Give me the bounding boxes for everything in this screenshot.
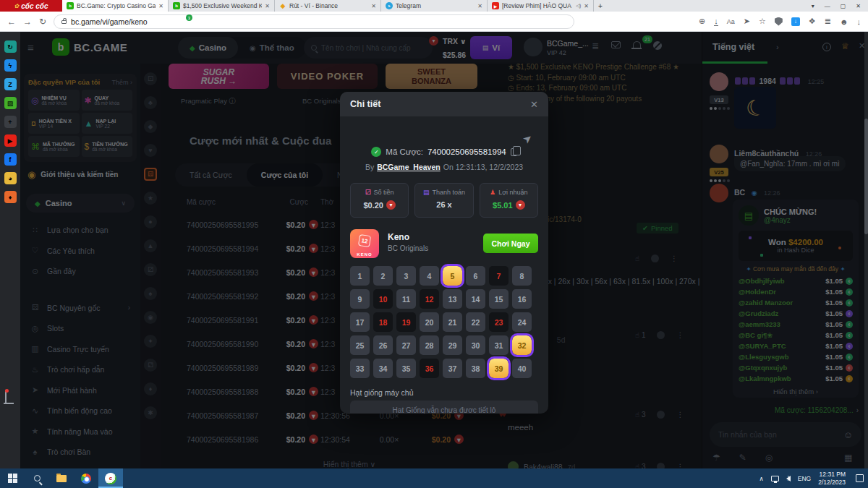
keno-cell[interactable]: 5 (443, 266, 462, 286)
input-language[interactable]: ENG (798, 475, 811, 482)
coccoc-taskbar-icon[interactable]: c (98, 468, 123, 488)
reload-icon[interactable]: ↻ (39, 17, 46, 27)
keno-cell[interactable]: 1 (350, 266, 370, 286)
downloads-icon[interactable]: ↓ (857, 17, 861, 26)
notification-bell-icon[interactable] (5, 390, 7, 403)
keno-cell[interactable]: 19 (396, 312, 416, 332)
back-icon[interactable]: ← (7, 17, 16, 27)
keno-cell[interactable]: 18 (373, 312, 393, 332)
browser-tab[interactable]: ▶ [Review Phim] HÀO QUA ◁) ✕ (488, 0, 594, 12)
keno-cell[interactable]: 4 (420, 266, 439, 286)
forward-icon[interactable]: → (23, 17, 32, 27)
tab-close-icon[interactable]: ✕ (158, 3, 163, 9)
action-center-icon[interactable] (856, 474, 864, 482)
adblock-shield-icon[interactable] (775, 17, 783, 26)
keno-cell[interactable]: 11 (396, 289, 416, 309)
keno-cell[interactable]: 16 (512, 289, 532, 309)
rail-app-icon[interactable]: ▶ (4, 134, 17, 147)
keno-cell[interactable]: 23 (489, 312, 509, 332)
keno-cell[interactable]: 20 (420, 312, 439, 332)
profile-icon[interactable]: ☻ (840, 17, 848, 26)
copy-icon[interactable] (511, 148, 517, 156)
rail-app-icon[interactable]: + (4, 116, 17, 128)
keno-cell[interactable]: 40 (512, 359, 532, 378)
rail-app-icon[interactable]: ϟ (4, 59, 17, 72)
keno-cell[interactable]: 32 (512, 335, 532, 355)
minimize-icon[interactable]: — (825, 3, 830, 9)
keno-cell[interactable]: 31 (489, 335, 509, 355)
translate-icon[interactable]: Aa (727, 18, 735, 25)
keno-cell[interactable]: 8 (512, 266, 532, 286)
lock-icon[interactable] (61, 20, 67, 24)
browser-tab[interactable]: b $1,500 Exclusive Weekend Ke ◁) ✕ (169, 0, 275, 12)
volume-icon[interactable] (786, 476, 791, 481)
download-manager-icon[interactable]: ↓ (791, 17, 800, 26)
keno-cell[interactable]: 10 (373, 289, 393, 309)
scrollbar-thumb[interactable] (864, 119, 868, 234)
tab-search-icon[interactable]: ▾ (812, 3, 814, 9)
keno-cell[interactable]: 25 (350, 335, 370, 355)
chrome-icon[interactable] (74, 468, 98, 488)
keno-cell[interactable]: 15 (489, 289, 509, 309)
keno-cell[interactable]: 3 (396, 266, 416, 286)
share-icon[interactable]: ➤ (520, 131, 535, 147)
keno-cell[interactable]: 36 (420, 359, 439, 378)
keno-cell[interactable]: 37 (443, 359, 462, 378)
keno-cell[interactable]: 9 (350, 289, 370, 309)
bookmark-star-icon[interactable]: ☆ (759, 17, 766, 26)
bettor-name[interactable]: BCGame_Heaven (377, 163, 441, 171)
start-button[interactable] (0, 468, 25, 488)
tray-expand-icon[interactable]: ∧ (760, 475, 764, 482)
rail-app-icon[interactable]: ▧ (4, 97, 17, 109)
keno-cell[interactable]: 7 (489, 266, 509, 286)
menu-lines-icon[interactable]: ≣ (825, 17, 831, 26)
page-scrollbar[interactable] (864, 32, 868, 468)
keno-cell[interactable]: 22 (466, 312, 485, 332)
keno-cell[interactable]: 2 (373, 266, 393, 286)
keno-cell[interactable]: 6 (466, 266, 485, 286)
new-tab-button[interactable]: + (594, 0, 607, 12)
share-icon[interactable]: ➤ (744, 17, 750, 26)
tab-close-icon[interactable]: ✕ (584, 3, 589, 9)
file-explorer-icon[interactable] (49, 468, 74, 488)
keno-cell[interactable]: 29 (443, 335, 462, 355)
keno-cell[interactable]: 26 (373, 335, 393, 355)
keno-cell[interactable]: 35 (396, 359, 416, 378)
keno-cell[interactable]: 39 (489, 359, 509, 378)
screenshot-icon[interactable]: ⊕ (699, 17, 705, 26)
play-now-button[interactable]: Chơi Ngay (483, 234, 538, 253)
extensions-icon[interactable]: ❖ (809, 17, 816, 26)
rail-app-icon[interactable]: ♦ (4, 191, 17, 203)
browser-tab[interactable]: ◆ Rút - Ví - Binance ◁) ✕ (275, 0, 381, 12)
keno-cell[interactable]: 21 (443, 312, 462, 332)
tab-close-icon[interactable]: ✕ (371, 3, 376, 9)
keno-cell[interactable]: 33 (350, 359, 370, 378)
taskbar-clock[interactable]: 12:31 PM 2/12/2023 (818, 471, 846, 485)
keno-cell[interactable]: 13 (443, 289, 462, 309)
keno-cell[interactable]: 27 (396, 335, 416, 355)
keno-game-icon[interactable]: 12 KENO (350, 229, 379, 258)
keno-cell[interactable]: 38 (466, 359, 485, 378)
maximize-icon[interactable]: ▢ (841, 3, 846, 9)
keno-cell[interactable]: 24 (512, 312, 532, 332)
taskbar-search-icon[interactable] (25, 468, 49, 488)
tab-close-icon[interactable]: ✕ (477, 3, 482, 9)
rail-app-icon[interactable]: f (4, 153, 17, 166)
keno-cell[interactable]: 17 (350, 312, 370, 332)
browser-tab[interactable]: b BC.Game: Crypto Casino Gam ◁) ✕ (62, 0, 169, 12)
address-field[interactable]: bc.game/vi/game/keno (54, 14, 574, 29)
modal-close-icon[interactable]: ✕ (530, 99, 538, 110)
network-icon[interactable] (771, 476, 779, 481)
download-page-icon[interactable]: ↓ (714, 17, 718, 26)
tab-audio-icon[interactable]: ◁) (576, 3, 581, 9)
rail-app-icon[interactable]: ↻ (4, 40, 17, 53)
close-icon[interactable]: ✕ (856, 3, 861, 9)
keno-cell[interactable]: 14 (466, 289, 485, 309)
keno-cell[interactable]: 12 (420, 289, 439, 309)
keno-cell[interactable]: 34 (373, 359, 393, 378)
tab-close-icon[interactable]: ✕ (265, 3, 270, 9)
keno-cell[interactable]: 30 (466, 335, 485, 355)
keno-cell[interactable]: 28 (420, 335, 439, 355)
browser-tab[interactable]: ➤ Telegram ◁) ✕ (381, 0, 488, 12)
rail-app-icon[interactable]: ◕ (4, 172, 17, 184)
